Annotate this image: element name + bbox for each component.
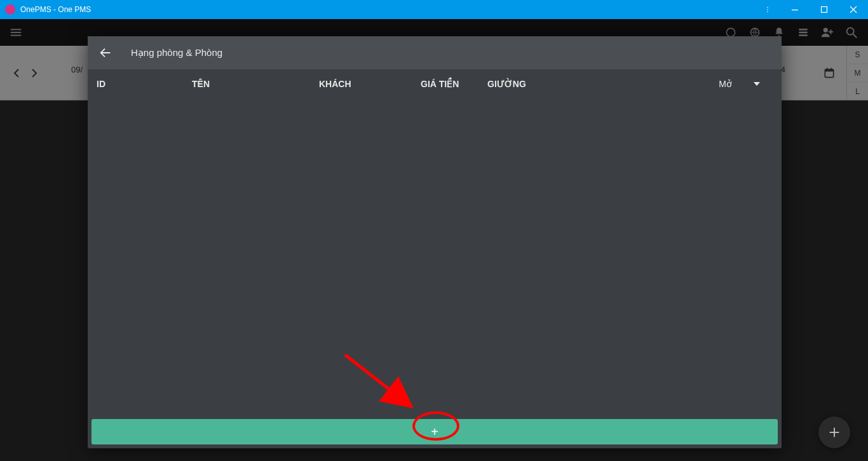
modal-back-button[interactable] xyxy=(98,45,113,60)
chevron-down-icon xyxy=(754,82,760,86)
column-id: ID xyxy=(97,79,192,89)
svg-point-0 xyxy=(767,7,768,8)
app-icon xyxy=(5,4,15,15)
column-name: TÊN xyxy=(192,79,319,89)
titlebar: OnePMS - One PMS xyxy=(0,0,868,19)
column-price: GIÁ TIỀN xyxy=(421,79,487,89)
plus-icon xyxy=(827,425,841,439)
window-controls xyxy=(755,0,868,19)
minimize-button[interactable] xyxy=(780,0,810,19)
maximize-button[interactable] xyxy=(810,0,839,19)
column-bed: GIƯỜNG xyxy=(487,79,602,89)
modal-title: Hạng phòng & Phòng xyxy=(131,47,222,58)
table-header: ID TÊN KHÁCH GIÁ TIỀN GIƯỜNG Mở xyxy=(88,69,782,99)
titlebar-more-button[interactable] xyxy=(755,0,780,19)
svg-point-1 xyxy=(767,9,768,10)
svg-rect-26 xyxy=(830,432,839,433)
svg-rect-3 xyxy=(792,10,798,10)
plus-icon: + xyxy=(431,425,438,439)
status-filter-selected: Mở xyxy=(719,79,732,89)
status-filter-dropdown[interactable]: Mở xyxy=(719,79,773,89)
column-guests: KHÁCH xyxy=(319,79,421,89)
svg-rect-4 xyxy=(822,7,827,13)
modal-footer: + xyxy=(88,415,782,448)
fab-add-button[interactable] xyxy=(818,416,850,448)
svg-point-2 xyxy=(767,11,768,13)
add-roomtype-button[interactable]: + xyxy=(92,419,778,444)
roomtype-modal: Hạng phòng & Phòng ID TÊN KHÁCH GIÁ TIỀN… xyxy=(88,36,782,448)
modal-body xyxy=(88,99,782,415)
modal-header: Hạng phòng & Phòng xyxy=(88,36,782,69)
close-button[interactable] xyxy=(839,0,868,19)
app-title: OnePMS - One PMS xyxy=(20,5,91,14)
